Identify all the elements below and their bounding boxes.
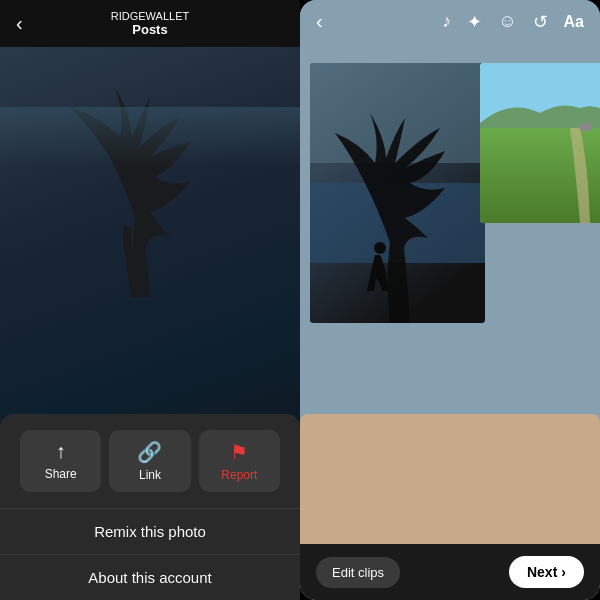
text-button[interactable]: Aa bbox=[564, 13, 584, 31]
sticker-icon[interactable]: ☺ bbox=[498, 11, 516, 32]
report-icon: ⚑ bbox=[230, 440, 248, 464]
link-icon: 🔗 bbox=[137, 440, 162, 464]
effects-icon[interactable]: ✦ bbox=[467, 11, 482, 33]
link-label: Link bbox=[139, 468, 161, 482]
collage-dark-photo bbox=[310, 63, 485, 323]
right-panel: ‹ ♪ ✦ ☺ ↺ Aa bbox=[300, 0, 600, 600]
left-panel: ‹ RIDGEWALLET Posts bbox=[0, 0, 300, 600]
right-bottom-controls: Edit clips Next › bbox=[300, 544, 600, 600]
header-username: RIDGEWALLET bbox=[111, 10, 189, 22]
next-arrow-icon: › bbox=[561, 564, 566, 580]
tree-decoration bbox=[40, 57, 220, 307]
right-header-icons: ♪ ✦ ☺ ↺ Aa bbox=[442, 11, 584, 33]
right-back-button[interactable]: ‹ bbox=[316, 10, 323, 33]
share-button[interactable]: ↑ Share bbox=[20, 430, 101, 492]
left-header: ‹ RIDGEWALLET Posts bbox=[0, 0, 300, 47]
photo-area: ↑ Share 🔗 Link ⚑ Report Remix this photo… bbox=[0, 47, 300, 600]
about-account-item[interactable]: About this account bbox=[0, 555, 300, 600]
back-button[interactable]: ‹ bbox=[16, 12, 23, 35]
share-label: Share bbox=[45, 467, 77, 481]
bottom-overlay: ↑ Share 🔗 Link ⚑ Report Remix this photo… bbox=[0, 414, 300, 600]
beige-area bbox=[300, 414, 600, 544]
report-button[interactable]: ⚑ Report bbox=[199, 430, 280, 492]
dark-photo-svg bbox=[310, 63, 485, 323]
mountain-bg bbox=[0, 107, 300, 167]
svg-rect-10 bbox=[580, 123, 592, 131]
story-background bbox=[300, 43, 600, 544]
audio-icon[interactable]: ↺ bbox=[533, 11, 548, 33]
report-label: Report bbox=[221, 468, 257, 482]
header-title: RIDGEWALLET Posts bbox=[111, 10, 189, 37]
share-icon: ↑ bbox=[56, 440, 66, 463]
music-icon[interactable]: ♪ bbox=[442, 11, 451, 32]
remix-photo-item[interactable]: Remix this photo bbox=[0, 509, 300, 555]
right-header: ‹ ♪ ✦ ☺ ↺ Aa bbox=[300, 0, 600, 43]
link-button[interactable]: 🔗 Link bbox=[109, 430, 190, 492]
next-label: Next bbox=[527, 564, 557, 580]
svg-point-5 bbox=[374, 242, 386, 254]
green-field-photo bbox=[480, 63, 600, 223]
next-button[interactable]: Next › bbox=[509, 556, 584, 588]
header-page: Posts bbox=[111, 22, 189, 37]
green-photo-svg bbox=[480, 63, 600, 223]
edit-clips-button[interactable]: Edit clips bbox=[316, 557, 400, 588]
story-canvas bbox=[300, 43, 600, 544]
action-row: ↑ Share 🔗 Link ⚑ Report bbox=[0, 430, 300, 509]
